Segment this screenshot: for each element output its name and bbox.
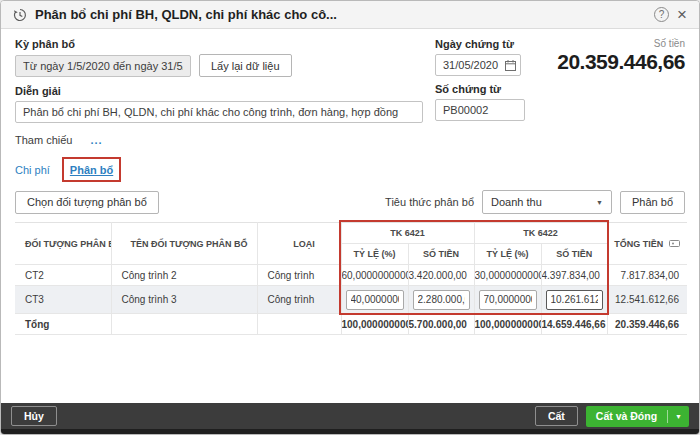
column-options-icon[interactable] — [669, 239, 680, 248]
allocation-table-wrap: ĐỐI TƯỢNG PHÂN BỔ TÊN ĐỐI TƯỢNG PHÂN BỔ … — [15, 222, 685, 335]
cell-tk6422-ratio[interactable]: 30,0000000000 — [474, 265, 541, 286]
allocate-button[interactable]: Phân bổ — [620, 191, 685, 214]
cell-input-tk6422-amount[interactable] — [546, 290, 603, 310]
select-allocation-objects-button[interactable]: Chọn đối tượng phân bổ — [15, 191, 159, 214]
allocation-table: ĐỐI TƯỢNG PHÂN BỔ TÊN ĐỐI TƯỢNG PHÂN BỔ … — [15, 222, 687, 335]
description-input[interactable] — [23, 106, 415, 118]
col-header-total-label: TỔNG TIỀN — [614, 239, 663, 249]
footer: Hủy Cất Cất và Đóng ▼ — [1, 403, 699, 429]
period-input-wrap — [15, 55, 191, 77]
doc-no-input-wrap — [435, 99, 525, 121]
cancel-button[interactable]: Hủy — [11, 406, 57, 426]
tab-phan-bo[interactable]: Phân bổ — [70, 164, 113, 176]
col-header-ratio-6421: TỶ LỆ (%) — [341, 244, 408, 265]
tabs: Chi phí Phân bổ — [1, 146, 699, 184]
cell-tk6421-ratio[interactable]: 60,0000000000 — [341, 265, 408, 286]
col-header-object: ĐỐI TƯỢNG PHÂN BỔ — [15, 223, 111, 265]
allocation-criteria-label: Tiêu thức phân bổ — [385, 196, 474, 208]
cell-input-tk6422-ratio[interactable] — [479, 290, 537, 310]
total-tk6422-amount: 14.659.446,66 — [541, 314, 607, 335]
save-and-close-button[interactable]: Cất và Đóng ▼ — [586, 406, 689, 427]
cell-type: Công trình — [257, 286, 341, 314]
col-header-ratio-6422: TỶ LỆ (%) — [474, 244, 541, 265]
history-icon — [13, 8, 27, 22]
doc-date-input-wrap — [435, 54, 521, 76]
total-empty-type — [257, 314, 341, 335]
period-input[interactable] — [23, 60, 183, 72]
total-label: Tổng — [15, 314, 111, 335]
allocation-criteria-value: Doanh thu — [491, 196, 542, 208]
total-row: Tổng 100,0000000000 5.700.000,00 100,000… — [15, 314, 687, 335]
cell-total: 7.817.834,00 — [607, 265, 687, 286]
cell-input-tk6421-ratio[interactable] — [346, 290, 404, 310]
total-empty-name — [111, 314, 257, 335]
chevron-down-icon: ▼ — [596, 199, 603, 206]
tab-highlight-box: Phân bổ — [62, 157, 121, 182]
cell-object: CT2 — [15, 265, 111, 286]
doc-no-input[interactable] — [443, 104, 517, 116]
total-tk6422-ratio: 100,0000000000 — [474, 314, 541, 335]
amount-label: Số tiền — [557, 38, 685, 49]
tab-chi-phi[interactable]: Chi phí — [15, 164, 50, 176]
table-row[interactable]: CT2 Công trình 2 Công trình 60,000000000… — [15, 265, 687, 286]
cell-name: Công trình 2 — [111, 265, 257, 286]
allocation-dialog: Phân bổ chi phí BH, QLDN, chi phí khác c… — [0, 0, 700, 435]
allocation-criteria-select[interactable]: Doanh thu ▼ — [482, 190, 612, 214]
cell-input-tk6421-amount[interactable] — [413, 290, 470, 310]
total-grand: 20.359.446,66 — [607, 314, 687, 335]
titlebar: Phân bổ chi phí BH, QLDN, chi phí khác c… — [1, 1, 699, 29]
col-header-amount-6421: SỐ TIỀN — [408, 244, 474, 265]
doc-no-label: Số chứng từ — [435, 83, 685, 95]
save-and-close-caret[interactable]: ▼ — [668, 413, 689, 420]
cell-tk6422-amount[interactable]: 4.397.834,00 — [541, 265, 607, 286]
save-and-close-label: Cất và Đóng — [586, 410, 667, 422]
total-tk6421-ratio: 100,0000000000 — [341, 314, 408, 335]
bottom-strip — [1, 429, 699, 434]
cell-total: 12.541.612,66 — [607, 286, 687, 314]
dialog-title: Phân bổ chi phí BH, QLDN, chi phí khác c… — [35, 7, 646, 22]
total-tk6421-amount: 5.700.000,00 — [408, 314, 474, 335]
cell-name: Công trình 3 — [111, 286, 257, 314]
amount-value: 20.359.446,66 — [557, 50, 685, 74]
cell-type: Công trình — [257, 265, 341, 286]
reload-data-button[interactable]: Lấy lại dữ liệu — [199, 54, 292, 77]
close-icon[interactable]: × — [677, 7, 687, 22]
help-icon[interactable]: ? — [654, 7, 669, 22]
cell-object: CT3 — [15, 286, 111, 314]
col-header-type: LOẠI — [257, 223, 341, 265]
save-button[interactable]: Cất — [535, 406, 578, 426]
col-header-amount-6422: SỐ TIỀN — [541, 244, 607, 265]
table-row[interactable]: CT3 Công trình 3 Công trình 12.541.612,6… — [15, 286, 687, 314]
description-label: Diễn giải — [15, 85, 423, 97]
group-header-tk6422: TK 6422 — [474, 223, 607, 244]
reference-label: Tham chiếu — [15, 134, 72, 146]
doc-date-input[interactable] — [443, 59, 505, 71]
col-header-name: TÊN ĐỐI TƯỢNG PHÂN BỔ — [111, 223, 257, 265]
group-header-tk6421: TK 6421 — [341, 223, 474, 244]
calendar-icon[interactable] — [505, 60, 516, 71]
description-input-wrap — [15, 101, 423, 123]
form-area: Kỳ phân bổ Lấy lại dữ liệu Diễn giải Tha… — [1, 29, 699, 146]
period-label: Kỳ phân bổ — [15, 38, 423, 50]
doc-date-label: Ngày chứng từ — [435, 38, 521, 50]
reference-more-link[interactable]: ... — [90, 134, 102, 146]
col-header-total: TỔNG TIỀN — [607, 223, 687, 265]
cell-tk6421-amount[interactable]: 3.420.000,00 — [408, 265, 474, 286]
controls-row: Chọn đối tượng phân bổ Tiêu thức phân bổ… — [1, 190, 699, 214]
